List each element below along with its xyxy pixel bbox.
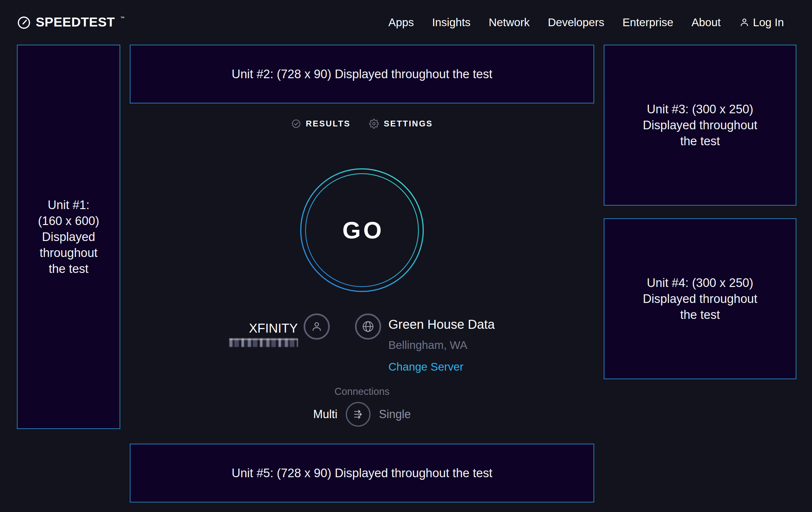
server-globe-badge <box>355 314 381 340</box>
check-circle-icon <box>291 119 301 129</box>
speedtest-gauge-icon <box>17 16 31 30</box>
tab-label: RESULTS <box>306 119 350 129</box>
connection-mode-single[interactable]: Single <box>379 408 411 421</box>
connections-section: Connections Multi Single <box>313 386 411 427</box>
ad-text-line: Unit #1: <box>48 197 90 213</box>
nav-item-enterprise[interactable]: Enterprise <box>622 16 674 29</box>
ad-text-line: Unit #3: (300 x 250) <box>643 101 757 117</box>
nav-item-apps[interactable]: Apps <box>388 16 414 29</box>
redacted-ip-address <box>229 339 298 347</box>
isp-server-row: XFINITY Green Ho <box>229 314 495 373</box>
nav-item-insights[interactable]: Insights <box>432 16 471 29</box>
ad-unit-2[interactable]: Unit #2: (728 x 90) Displayed throughout… <box>130 45 594 103</box>
nav-item-developers[interactable]: Developers <box>548 16 604 29</box>
connections-label: Connections <box>335 386 389 397</box>
ad-text-line: the test <box>643 307 757 323</box>
right-ad-column: Unit #3: (300 x 250) Displayed throughou… <box>604 45 796 379</box>
tab-label: SETTINGS <box>384 119 433 129</box>
server-name: Green House Data <box>388 317 495 332</box>
ad-text-line: Unit #4: (300 x 250) <box>643 275 757 291</box>
ad-text-line: Displayed <box>42 229 95 245</box>
trademark-mark: ™ <box>120 15 124 21</box>
server-location: Bellingham, WA <box>388 339 495 351</box>
ad-unit-3[interactable]: Unit #3: (300 x 250) Displayed throughou… <box>604 45 796 206</box>
nav-item-about[interactable]: About <box>691 16 721 29</box>
go-area: GO <box>300 168 424 292</box>
ad-text-line: the test <box>49 261 89 277</box>
go-button[interactable]: GO <box>300 168 424 292</box>
user-icon <box>739 17 750 28</box>
connection-mode-multi[interactable]: Multi <box>313 408 338 421</box>
nav-item-network[interactable]: Network <box>489 16 529 29</box>
ad-unit-4[interactable]: Unit #4: (300 x 250) Displayed throughou… <box>604 218 796 379</box>
view-tabs: RESULTS SETTINGS <box>291 116 433 131</box>
isp-avatar <box>303 314 330 340</box>
speedtest-logo[interactable]: SPEEDTEST ™ <box>17 15 124 30</box>
ad-unit-1[interactable]: Unit #1: (160 x 600) Displayed throughou… <box>17 45 120 429</box>
ad-text: Unit #2: (728 x 90) Displayed throughout… <box>232 66 492 82</box>
connections-toggle-row: Multi Single <box>313 402 411 427</box>
isp-block: XFINITY <box>229 314 298 347</box>
user-icon <box>310 320 323 333</box>
isp-name: XFINITY <box>249 321 297 335</box>
change-server-link[interactable]: Change Server <box>388 360 495 373</box>
top-nav-bar: SPEEDTEST ™ Apps Insights Network Develo… <box>0 0 812 45</box>
connection-toggle-button[interactable] <box>346 402 371 427</box>
logo-text: SPEEDTEST <box>36 15 115 29</box>
multi-connection-arrows-icon <box>351 407 365 421</box>
center-column: Unit #2: (728 x 90) Displayed throughout… <box>130 45 594 503</box>
ad-text-line: (160 x 600) <box>38 213 99 229</box>
login-label: Log In <box>753 16 784 29</box>
globe-icon <box>361 320 375 333</box>
gear-icon <box>369 119 379 129</box>
primary-nav: Apps Insights Network Developers Enterpr… <box>388 16 784 29</box>
ad-text-line: Displayed throughout <box>643 117 757 133</box>
ad-text: Unit #5: (728 x 90) Displayed throughout… <box>232 465 492 481</box>
go-label: GO <box>300 168 424 292</box>
ad-unit-5[interactable]: Unit #5: (728 x 90) Displayed throughout… <box>130 444 594 503</box>
tab-results[interactable]: RESULTS <box>291 119 350 129</box>
ad-text-line: throughout <box>39 245 97 261</box>
server-block: Green House Data Bellingham, WA Change S… <box>388 314 495 373</box>
ad-text-line: Displayed throughout <box>643 291 757 307</box>
ad-text-line: the test <box>643 133 757 149</box>
tab-settings[interactable]: SETTINGS <box>369 119 433 129</box>
main-layout: Unit #1: (160 x 600) Displayed throughou… <box>0 45 812 503</box>
nav-item-login[interactable]: Log In <box>739 16 784 29</box>
speedtest-page: SPEEDTEST ™ Apps Insights Network Develo… <box>0 0 812 512</box>
